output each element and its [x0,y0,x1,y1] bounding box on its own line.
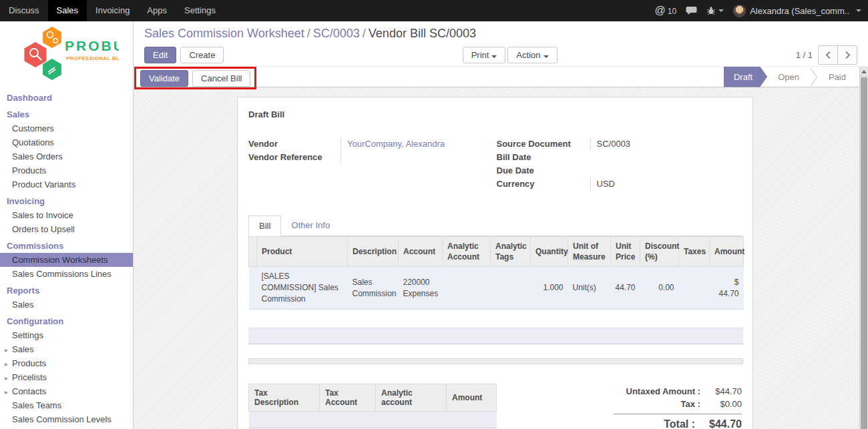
col-product[interactable]: Product [257,237,348,267]
user-menu[interactable]: Alexandra (Sales_comm.. [733,5,861,17]
sidebar-item-sales-to-invoice[interactable]: Sales to Invoice [0,208,133,222]
vertical-scrollbar[interactable] [859,67,868,429]
col-tax-amount[interactable]: Amount [447,384,497,411]
sidebar-item-pricelists[interactable]: ▸Pricelists [0,370,133,384]
due-date-value[interactable] [590,164,742,177]
row-handle[interactable] [249,267,257,309]
tab-other-info[interactable]: Other Info [281,216,340,236]
cancel-bill-button[interactable]: Cancel Bill [192,70,250,87]
vendor-reference-value[interactable] [341,151,495,164]
status-step-paid[interactable]: Paid [818,67,857,87]
chevron-down-icon [856,9,861,12]
col-analytic-account[interactable]: Analytic Account [443,237,491,267]
currency-value[interactable]: USD [590,177,742,191]
cell-product: [SALES COMMISSION] Sales Commission [257,267,348,309]
top-navbar: Discuss Sales Invoicing Apps Settings @ … [0,0,868,21]
create-button[interactable]: Create [180,47,224,63]
col-amount[interactable]: Amount [710,237,744,267]
scroll-up-button[interactable] [860,67,868,77]
nav-sales[interactable]: Sales [48,0,87,21]
print-dropdown-button[interactable]: Print [463,47,506,63]
sidebar-section-commissions[interactable]: Commissions [0,239,133,253]
triangle-up-icon [861,70,867,73]
col-analytic-tags[interactable]: Analytic Tags [491,237,531,267]
bill-date-value[interactable] [590,151,742,164]
invoice-lines-table: Product Description Account Analytic Acc… [248,236,744,310]
sidebar-item-customers[interactable]: Customers [0,121,133,135]
tax-and-totals-section: Tax Description Tax Account Analytic acc… [248,384,742,429]
sidebar-item-contacts[interactable]: ▸Contacts [0,384,133,398]
chevron-right-icon: ▸ [5,374,8,382]
debug-bug-icon[interactable] [706,6,724,15]
col-discount[interactable]: Discount (%) [640,237,679,267]
col-unit-of-measure[interactable]: Unit of Measure [568,237,611,267]
sidebar-item-label: Products [12,165,46,175]
validate-button[interactable]: Validate [140,70,188,87]
nav-apps[interactable]: Apps [138,0,176,21]
sidebar-item-dashboard[interactable]: Dashboard [0,91,133,105]
nav-invoicing[interactable]: Invoicing [87,0,138,21]
action-dropdown-button[interactable]: Action [507,47,557,63]
col-account[interactable]: Account [399,237,443,267]
col-quantity[interactable]: Quantity [531,237,568,267]
scrollbar-thumb[interactable] [861,77,867,429]
sidebar-item-sales-teams[interactable]: Sales Teams [0,398,133,412]
sidebar-item-config-sales[interactable]: ▸Sales [0,342,133,356]
vendor-value[interactable]: YourCompany, Alexandra [341,137,495,151]
sidebar-item-sales-commissions-lines[interactable]: Sales Commissions Lines [0,267,133,281]
mentions-counter[interactable]: @ 10 [655,5,677,17]
sidebar-section-sales[interactable]: Sales [0,107,133,121]
sidebar-item-orders-to-upsell[interactable]: Orders to Upsell [0,222,133,236]
col-tax-description[interactable]: Tax Description [249,384,320,411]
sidebar-item-label: Sales to Invoice [12,210,73,220]
sidebar-section-reports[interactable]: Reports [0,284,133,298]
currency-label: Currency [495,177,590,191]
sidebar-item-sales-orders[interactable]: Sales Orders [0,149,133,163]
breadcrumb-link-sc0003[interactable]: SC/0003 [313,27,360,40]
pager-next-button[interactable] [837,45,857,65]
edit-button[interactable]: Edit [144,47,176,63]
sidebar-item-product-variants[interactable]: Product Variants [0,177,133,191]
tax-table-header-row: Tax Description Tax Account Analytic acc… [249,384,497,411]
status-step-open[interactable]: Open [767,67,810,87]
breadcrumb-separator: / [304,27,313,40]
cell-unit-price: 44.70 [611,267,640,309]
source-document-value[interactable]: SC/0003 [590,137,742,151]
pager-previous-button[interactable] [818,45,838,65]
chevron-right-icon [810,67,818,87]
tax-total-label: Tax : [681,399,700,409]
breadcrumb-link-worksheet[interactable]: Sales Commission Worksheet [144,27,304,40]
sidebar-item-reports-sales[interactable]: Sales [0,298,133,312]
nav-discuss[interactable]: Discuss [0,0,48,21]
col-tax-analytic-account[interactable]: Analytic account [376,384,447,411]
nav-settings[interactable]: Settings [176,0,224,21]
sidebar-section-invoicing[interactable]: Invoicing [0,194,133,208]
col-tax-account[interactable]: Tax Account [320,384,376,411]
sidebar-item-sales-commission-levels[interactable]: Sales Commission Levels [0,412,133,426]
vendor-bill-sheet: Draft Bill Vendor YourCompany, Alexandra… [237,97,753,429]
col-taxes[interactable]: Taxes [679,237,710,267]
chat-bubble-icon[interactable] [686,6,697,15]
tab-bill[interactable]: Bill [248,216,281,236]
breadcrumb: Sales Commission Worksheet/SC/0003/Vendo… [144,27,857,41]
sidebar-item-commission-worksheets[interactable]: Commission Worksheets [0,253,133,267]
col-description[interactable]: Description [348,237,399,267]
sidebar-item-settings[interactable]: Settings [0,328,133,342]
untaxed-amount-value: $44.70 [700,386,742,396]
sidebar-item-quotations[interactable]: Quotations [0,135,133,149]
status-step-draft[interactable]: Draft [724,67,767,87]
tax-empty-row [249,411,497,428]
vendor-label: Vendor [248,137,341,151]
invoice-line-row[interactable]: [SALES COMMISSION] Sales Commission Sale… [249,267,744,309]
horizontal-scrollbar[interactable] [248,358,743,364]
cell-unit-of-measure: Unit(s) [568,267,611,309]
app-window: Discuss Sales Invoicing Apps Settings @ … [0,0,868,429]
empty-line-row[interactable] [248,328,743,344]
sidebar-item-label: Sales Commissions Lines [12,269,112,279]
sidebar-item-config-products[interactable]: ▸Products [0,356,133,370]
cell-taxes [679,267,710,309]
col-unit-price[interactable]: Unit Price [611,237,640,267]
sidebar-item-products[interactable]: Products [0,163,133,177]
annotation-highlight-box: Validate Cancel Bill [134,67,256,89]
sidebar-section-configuration[interactable]: Configuration [0,314,133,328]
